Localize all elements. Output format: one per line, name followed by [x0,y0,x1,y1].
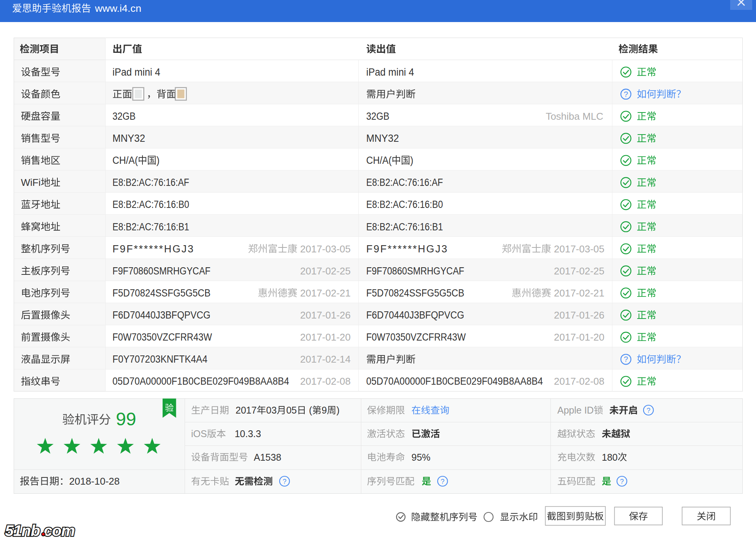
svg-text:F6D70440J3BFQPVCG: F6D70440J3BFQPVCG [366,309,464,321]
svg-text:?: ? [624,90,628,98]
svg-text:?: ? [620,478,624,485]
svg-text:CH/A(: CH/A( [112,155,138,166]
svg-text:2017-01-20: 2017-01-20 [300,331,351,343]
svg-text:F0W70350VZCFRR43W: F0W70350VZCFRR43W [112,331,212,343]
svg-text:2017-01-26: 2017-01-26 [300,309,351,321]
svg-text:WiFi: WiFi [21,177,41,188]
svg-text:51nb com: 51nb com [5,522,74,539]
svg-text:iPad mini 4: iPad mini 4 [366,67,414,78]
svg-text:2017-01-20: 2017-01-20 [554,331,604,343]
svg-text:2018-10-28: 2018-10-28 [69,476,120,487]
svg-text:F6D70440J3BFQPVCG: F6D70440J3BFQPVCG [112,309,210,321]
svg-text:05D70A00000F1B0CBE029F049B8AA8: 05D70A00000F1B0CBE029F049B8AA8B4 [112,376,289,387]
svg-text:iPad mini 4: iPad mini 4 [112,67,160,78]
svg-text:?: ? [441,478,444,485]
svg-text:2017-02-14: 2017-02-14 [300,354,351,365]
svg-text:E8:B2:AC:76:16:AF: E8:B2:AC:76:16:AF [112,177,189,188]
svg-text:2017-02-25: 2017-02-25 [300,265,351,277]
svg-text:32GB: 32GB [366,111,389,122]
svg-text:F9F******HGJ3: F9F******HGJ3 [112,243,193,255]
svg-text:Toshiba MLC: Toshiba MLC [546,111,603,122]
svg-text:F0Y707203KNFTK4A4: F0Y707203KNFTK4A4 [112,354,207,365]
svg-text:F9F******HGJ3: F9F******HGJ3 [366,243,447,255]
svg-text:?: ? [283,478,286,485]
svg-text:(: ( [309,405,312,415]
svg-text:05D70A00000F1B0CBE029F049B8AA8: 05D70A00000F1B0CBE029F049B8AA8B4 [366,376,543,387]
svg-text:): ) [157,155,160,166]
svg-text:F5D70824SSFG5G5CB: F5D70824SSFG5G5CB [366,287,464,299]
svg-text:32GB: 32GB [112,111,136,122]
svg-text:A1538: A1538 [254,452,281,463]
svg-text:2017-02-08: 2017-02-08 [554,376,604,387]
svg-text:E8:B2:AC:76:16:B1: E8:B2:AC:76:16:B1 [112,221,189,233]
svg-text:MNY32: MNY32 [112,133,145,144]
svg-text:F0W70350VZCFRR43W: F0W70350VZCFRR43W [366,331,466,343]
svg-text:F9F70860SMRHGYCAF: F9F70860SMRHGYCAF [366,265,464,277]
svg-text:180: 180 [602,452,618,463]
svg-text:): ) [336,405,339,415]
svg-text:E8:B2:AC:76:16:AF: E8:B2:AC:76:16:AF [366,177,443,188]
svg-text:): ) [410,155,413,166]
svg-text:2017-01-26: 2017-01-26 [554,309,604,321]
svg-text:MNY32: MNY32 [366,133,399,144]
svg-text:Apple ID: Apple ID [557,405,594,415]
svg-text:E8:B2:AC:76:16:B0: E8:B2:AC:76:16:B0 [112,199,189,210]
svg-text:99: 99 [116,409,136,429]
svg-text:2017-02-21: 2017-02-21 [300,287,351,299]
svg-text:2017: 2017 [236,405,257,415]
svg-text:iOS: iOS [191,428,207,439]
svg-text:E8:B2:AC:76:16:B0: E8:B2:AC:76:16:B0 [366,199,443,210]
svg-text:2017-03-05: 2017-03-05 [554,243,604,255]
svg-text:E8:B2:AC:76:16:B1: E8:B2:AC:76:16:B1 [366,221,443,233]
svg-text:2017-02-25: 2017-02-25 [554,265,604,277]
svg-text:F5D70824SSFG5G5CB: F5D70824SSFG5G5CB [112,287,210,299]
svg-text:2017-03-05: 2017-03-05 [300,243,351,255]
svg-text:F9F70860SMRHGYCAF: F9F70860SMRHGYCAF [112,265,210,277]
svg-text:03: 03 [266,405,277,415]
svg-text:9: 9 [322,405,327,415]
svg-text:10.3.3: 10.3.3 [235,428,261,439]
svg-text:CH/A(: CH/A( [366,155,392,166]
svg-text:2017-02-21: 2017-02-21 [554,287,604,299]
svg-text:95%: 95% [411,452,430,463]
svg-text:05: 05 [286,405,297,415]
svg-text:?: ? [647,407,650,414]
svg-text:2017-02-08: 2017-02-08 [300,376,351,387]
svg-text:www.i4.cn: www.i4.cn [95,3,141,14]
